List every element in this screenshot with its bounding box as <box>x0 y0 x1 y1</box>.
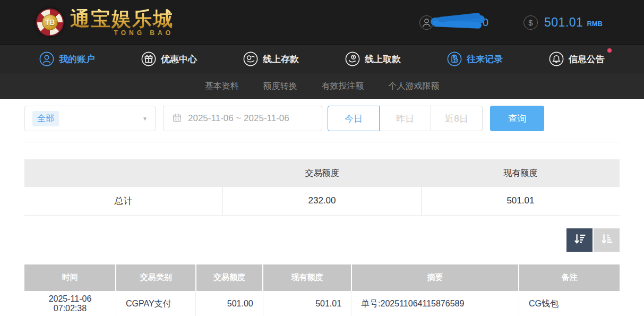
records-header-time: 时间 <box>24 264 116 291</box>
nav-item-online-deposit[interactable]: 线上存款 <box>243 52 299 66</box>
records-header-amount: 交易额度 <box>196 264 263 291</box>
nav-label: 往来记录 <box>467 53 503 65</box>
date-range-input[interactable]: 2025-11-06 ~ 2025-11-06 <box>163 106 322 131</box>
record-balance: 501.01 <box>263 291 351 316</box>
nav-label: 我的账户 <box>59 53 95 65</box>
record-time: 2025-11-06 07:02:38 <box>24 291 116 316</box>
records-header-type: 交易类别 <box>116 264 195 291</box>
record-amount: 501.00 <box>196 291 263 316</box>
balance-currency: RMB <box>587 20 603 28</box>
main-navigation: 我的账户 优惠中心 线上存款 线上取款 往来记录 <box>0 45 644 73</box>
nav-label: 优惠中心 <box>161 53 197 65</box>
nav-label: 线上取款 <box>365 53 401 65</box>
records-icon <box>447 52 462 66</box>
summary-table: 交易额度 现有额度 总计 232.00 501.01 <box>24 159 620 216</box>
summary-header-current-balance: 现有额度 <box>421 159 620 187</box>
gift-icon <box>141 52 156 66</box>
record-note: CG钱包 <box>519 291 620 316</box>
sort-ascending-icon <box>600 232 614 247</box>
summary-total-transaction-amount: 232.00 <box>223 187 422 215</box>
table-row: 2025-11-06 07:02:38 CGPAY支付 501.00 501.0… <box>24 291 620 316</box>
account-balance[interactable]: $ 501.01 RMB <box>523 15 603 30</box>
range-button-yesterday[interactable]: 昨日 <box>379 106 431 131</box>
dollar-icon: $ <box>523 15 538 30</box>
subnav-item-basic-info[interactable]: 基本资料 <box>205 81 239 92</box>
summary-header-row: 交易额度 现有额度 <box>24 159 620 187</box>
balance-amount: 501.01 <box>544 15 583 30</box>
records-header-note: 备注 <box>519 264 620 291</box>
casino-chip-icon: TB <box>36 8 64 36</box>
range-button-last8days[interactable]: 近8日 <box>431 106 483 131</box>
date-range-value: 2025-11-06 ~ 2025-11-06 <box>188 113 289 124</box>
sort-controls <box>24 228 620 252</box>
nav-item-my-account[interactable]: 我的账户 <box>39 52 95 66</box>
sort-descending-button[interactable] <box>566 228 593 252</box>
nav-item-transaction-records[interactable]: 往来记录 <box>447 52 503 66</box>
account-subnav: 基本资料 额度转换 有效投注额 个人游戏限额 <box>0 73 644 99</box>
account-username[interactable]: 0 <box>419 14 488 30</box>
subnav-item-credit-transfer[interactable]: 额度转换 <box>263 81 297 92</box>
username-redaction-scribble <box>431 14 485 30</box>
withdraw-icon <box>345 52 360 66</box>
chip-monogram: TB <box>42 14 58 30</box>
logo-title: 通宝娱乐城 <box>70 9 174 29</box>
top-header: TB 通宝娱乐城 TONG BAO 0 $ 501.01 RMB <box>0 0 644 45</box>
transaction-type-select[interactable]: 全部 ▼ <box>24 106 156 131</box>
records-table: 时间 交易类别 交易额度 现有额度 摘要 备注 2025-11-06 07:02… <box>24 264 620 316</box>
calendar-icon <box>172 113 182 125</box>
deposit-icon <box>243 52 258 66</box>
records-header-balance: 现有额度 <box>263 264 351 291</box>
notification-dot <box>607 48 612 53</box>
nav-label: 线上存款 <box>263 53 299 65</box>
nav-label: 信息公告 <box>569 53 605 65</box>
sort-descending-icon <box>573 232 587 247</box>
record-type: CGPAY支付 <box>116 291 195 316</box>
sort-ascending-button[interactable] <box>594 228 620 252</box>
site-logo[interactable]: TB 通宝娱乐城 TONG BAO <box>36 8 174 36</box>
record-summary: 单号:202511064115876589 <box>351 291 519 316</box>
records-header-summary: 摘要 <box>351 264 519 291</box>
nav-item-online-withdrawal[interactable]: 线上取款 <box>345 52 401 66</box>
section-divider <box>24 142 620 142</box>
main-content: 全部 ▼ 2025-11-06 ~ 2025-11-06 今日 昨日 近8日 查… <box>0 99 644 316</box>
chevron-down-icon: ▼ <box>142 116 148 122</box>
filter-bar: 全部 ▼ 2025-11-06 ~ 2025-11-06 今日 昨日 近8日 查… <box>24 106 620 131</box>
bell-icon <box>549 52 564 66</box>
search-button[interactable]: 查询 <box>490 106 544 131</box>
logo-subtitle: TONG BAO <box>70 30 174 36</box>
subnav-item-valid-bets[interactable]: 有效投注额 <box>322 81 364 92</box>
range-button-today[interactable]: 今日 <box>328 106 380 131</box>
summary-total-row: 总计 232.00 501.01 <box>24 187 620 215</box>
selected-type-tag: 全部 <box>32 111 59 126</box>
subnav-item-personal-game-limits[interactable]: 个人游戏限额 <box>389 81 440 92</box>
nav-item-promotions[interactable]: 优惠中心 <box>141 52 197 66</box>
summary-header-transaction-amount: 交易额度 <box>223 159 422 187</box>
user-icon <box>39 52 54 66</box>
summary-header-empty <box>24 159 223 187</box>
records-header-row: 时间 交易类别 交易额度 现有额度 摘要 备注 <box>24 264 620 291</box>
summary-total-current-balance: 501.01 <box>421 187 620 215</box>
nav-item-announcements[interactable]: 信息公告 <box>549 52 605 66</box>
quick-range-group: 今日 昨日 近8日 <box>328 106 483 131</box>
summary-total-label: 总计 <box>24 187 223 215</box>
